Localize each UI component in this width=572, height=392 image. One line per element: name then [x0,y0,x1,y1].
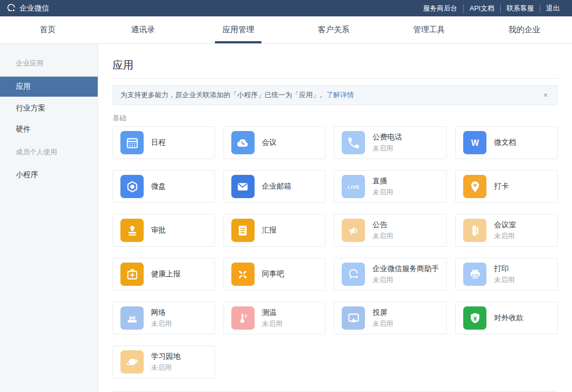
app-tile [463,175,486,198]
tab-app-management[interactable]: 应用管理 [191,16,286,43]
app-tile [463,263,486,286]
app-name: 日程 [151,138,166,147]
topbar-link-contact-support[interactable]: 联系客服 [500,4,540,13]
app-meta: 学习园地未启用 [151,352,181,372]
app-card[interactable]: 公费电话未启用 [334,126,447,159]
app-meta: 会议室未启用 [494,220,516,241]
sidebar-item-mini-programs[interactable]: 小程序 [0,165,98,184]
brand[interactable]: 企业微信 [6,3,49,13]
app-tile [120,350,144,374]
wecom-logo-icon [6,3,16,13]
app-name: 企业邮箱 [262,182,292,191]
app-status-badge: 未启用 [372,231,393,241]
topbar-links: 服务商后台API文档联系客服退出 [417,4,566,13]
app-status-badge: 未启用 [494,231,516,241]
app-meta: 公告未启用 [372,220,393,241]
section-label-basic: 基础 [112,114,558,123]
svg-text:¥: ¥ [473,314,477,322]
app-card[interactable]: 测温未启用 [223,302,326,334]
app-status-badge: 未启用 [372,144,402,153]
app-card[interactable]: 打印未启用 [455,258,558,291]
app-card[interactable]: 网络未启用 [112,302,215,334]
topbar-link-logout[interactable]: 退出 [540,4,566,13]
app-card[interactable]: ¥对外收款 [455,302,558,334]
yuan-shield-icon: ¥ [468,311,482,325]
app-card[interactable]: 投屏未启用 [334,302,447,334]
learn-more-link[interactable]: 了解详情 [326,90,354,100]
app-card[interactable]: 汇报 [223,214,326,247]
close-icon[interactable]: × [541,89,550,101]
tab-contacts[interactable]: 通讯录 [96,16,191,43]
app-card[interactable]: LIVE直播未启用 [334,170,447,203]
tab-customer-relations[interactable]: 客户关系 [286,16,382,43]
tab-admin-tools[interactable]: 管理工具 [381,16,477,43]
app-meta: 打印未启用 [494,264,514,285]
wecom-admin-screen: 企业微信 服务商后台API文档联系客服退出 首页通讯录应用管理客户关系管理工具我… [0,0,572,392]
app-tile [342,219,365,242]
app-card[interactable]: W微文档 [455,126,558,159]
tab-my-company[interactable]: 我的企业 [477,16,572,43]
app-card[interactable]: 微盘 [112,170,215,203]
app-meta: 直播未启用 [372,176,393,197]
letter-w-icon: W [468,136,482,150]
app-name: 直播 [372,176,393,186]
app-card[interactable]: 同事吧 [223,258,326,291]
app-name: 同事吧 [262,269,284,279]
notice-text: 为支持更多能力，原企业关联添加的「小程序」已统一为「应用」。 [120,90,326,100]
app-meta: 网络未启用 [151,308,172,329]
app-tile: W [463,131,486,154]
pinwheel-icon [236,267,250,282]
app-name: 测温 [262,308,283,318]
app-card[interactable]: 健康上报 [112,258,215,291]
app-name: 公告 [372,220,393,230]
app-tile: LIVE [342,175,365,198]
app-status-badge: 未启用 [151,363,181,372]
phone-icon [346,136,361,150]
app-tile [120,175,144,198]
calendar-icon [125,136,139,150]
printer-icon [468,267,482,282]
location-pin-icon [468,180,482,194]
app-name: 网络 [151,308,172,318]
app-meta: 投屏未启用 [372,308,393,329]
app-name: 会议 [262,138,277,147]
tab-home[interactable]: 首页 [0,16,96,43]
medkit-icon [125,267,139,282]
app-meta: 微盘 [151,182,166,191]
app-card[interactable]: 会议室未启用 [455,214,558,247]
app-name: 微文档 [494,138,516,147]
topbar-link-api-docs[interactable]: API文档 [463,4,500,13]
topbar-link-provider-console[interactable]: 服务商后台 [417,4,463,13]
title-divider [112,78,558,79]
sidebar-item-hardware[interactable]: 硬件 [0,120,98,139]
app-tile [231,175,255,198]
app-meta: 汇报 [262,226,277,235]
app-card[interactable]: 企业邮箱 [223,170,326,203]
chat-bubbles-icon [346,267,361,282]
planet-icon [125,355,139,369]
app-meta: 公费电话未启用 [372,133,402,153]
notice-banner: 为支持更多能力，原企业关联添加的「小程序」已统一为「应用」。 了解详情 × [112,85,558,105]
app-card[interactable]: 会议 [223,126,326,159]
sidebar-item-apps[interactable]: 应用 [0,77,98,97]
app-tile [120,263,144,286]
drive-hexagon-icon [125,180,139,194]
app-card[interactable]: 日程 [112,126,215,159]
app-tile [231,263,255,286]
envelope-icon [236,180,250,194]
app-name: 微盘 [151,182,166,191]
report-doc-icon [236,223,250,238]
app-card[interactable]: 公告未启用 [334,214,447,247]
app-card[interactable]: 审批 [112,214,215,247]
app-name: 打印 [494,264,514,274]
app-card[interactable]: 打卡 [455,170,558,203]
app-name: 对外收款 [494,313,523,323]
sidebar-header-personal-use: 成员个人使用 [0,141,98,163]
app-card[interactable]: 企业微信服务商助手未启用 [334,258,447,291]
sidebar-item-industry-solutions[interactable]: 行业方案 [0,99,98,118]
section-divider [112,391,558,391]
app-tile [463,219,486,242]
app-card[interactable]: 学习园地未启用 [112,346,215,378]
app-tile [231,131,255,154]
megaphone-icon [346,223,361,238]
